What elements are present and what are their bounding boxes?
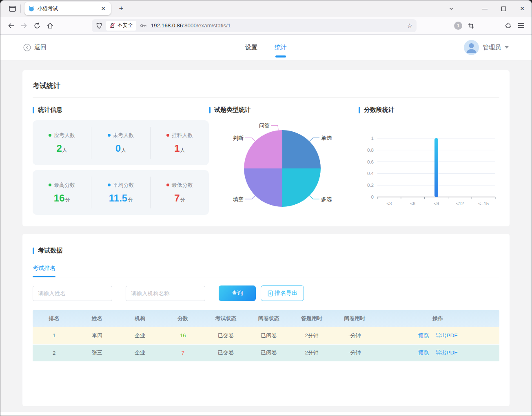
stat-unit: 分 bbox=[180, 197, 185, 203]
stat-unit: 人 bbox=[180, 147, 185, 153]
section-accent-bar bbox=[33, 248, 34, 254]
section-accent-bar bbox=[209, 107, 211, 113]
y-tick-label: 1 bbox=[371, 136, 374, 141]
column-header: 排名 bbox=[33, 310, 75, 327]
y-tick-label: 0.8 bbox=[367, 148, 374, 153]
url-host: 192.168.0.86 bbox=[151, 22, 183, 29]
url-path: :8000/exam/statis/1 bbox=[183, 22, 231, 29]
action-link[interactable]: 预览 bbox=[418, 350, 429, 356]
content-area: 考试统计 统计信息 应考人数2人未考人数0人挂科人数1人最高分数16分平均分数1… bbox=[0, 60, 532, 412]
bookmark-star-icon[interactable]: ☆ bbox=[407, 22, 412, 29]
y-tick-label: 0.4 bbox=[367, 171, 374, 176]
stat-groups: 应考人数2人未考人数0人挂科人数1人最高分数16分平均分数11.5分最低分数7分 bbox=[33, 120, 209, 215]
firefox-view-icon[interactable] bbox=[6, 2, 18, 15]
back-button[interactable]: 返回 bbox=[23, 44, 47, 51]
y-tick-label: 0 bbox=[371, 195, 374, 199]
stat-value: 2人 bbox=[33, 143, 91, 154]
stat-dot bbox=[166, 134, 169, 137]
new-tab-button[interactable]: + bbox=[115, 2, 127, 15]
export-ranking-button[interactable]: 排名导出 bbox=[261, 285, 304, 301]
name-search-input[interactable] bbox=[33, 286, 112, 301]
stat-value: 0人 bbox=[91, 143, 150, 154]
extensions-puzzle-icon[interactable] bbox=[501, 19, 514, 32]
pie-label-line-判断 bbox=[245, 138, 255, 142]
user-menu[interactable]: 管理员 bbox=[464, 40, 509, 55]
column-header: 姓名 bbox=[75, 310, 118, 327]
cell-rank: 1 bbox=[33, 327, 75, 344]
url-bar[interactable]: 不安全 192.168.0.86:8000/exam/statis/1 ☆ bbox=[92, 19, 417, 32]
stat-label: 最高分数 bbox=[33, 181, 91, 189]
cell-answer_time: 2分钟 bbox=[290, 344, 333, 361]
tab-statistics[interactable]: 统计 bbox=[275, 44, 287, 51]
refresh-icon[interactable] bbox=[31, 19, 44, 32]
section-exam-data: 考试数据 bbox=[33, 234, 499, 254]
screenshot-crop-icon[interactable] bbox=[465, 19, 478, 32]
action-link[interactable]: 导出PDF bbox=[435, 332, 457, 339]
pie-label-问答: 问答 bbox=[259, 122, 270, 128]
back-icon[interactable] bbox=[4, 19, 18, 32]
stat-item: 最低分数7分 bbox=[150, 177, 209, 208]
tab-settings[interactable]: 设置 bbox=[245, 44, 257, 51]
tab-close-icon[interactable]: ✕ bbox=[99, 4, 107, 13]
cell-score: 7 bbox=[162, 344, 204, 361]
shield-icon[interactable] bbox=[96, 22, 102, 29]
cell-exam_status: 已交卷 bbox=[204, 327, 247, 344]
stat-item: 应考人数2人 bbox=[33, 127, 91, 159]
card-title: 考试统计 bbox=[33, 70, 499, 97]
exam-data-card: 考试数据 考试排名 查询 排名导出 排名姓名机构分数考试状态阅卷状态答题用时阅卷… bbox=[22, 234, 510, 406]
browser-toolbar: 不安全 192.168.0.86:8000/exam/statis/1 ☆ 1 bbox=[0, 17, 532, 35]
exam-statistics-card: 考试统计 统计信息 应考人数2人未考人数0人挂科人数1人最高分数16分平均分数1… bbox=[22, 70, 510, 226]
maximize-button[interactable] bbox=[494, 0, 513, 17]
pie-slice-单选 bbox=[282, 130, 321, 168]
column-header: 操作 bbox=[376, 310, 499, 327]
home-icon[interactable] bbox=[44, 19, 57, 32]
security-label: 不安全 bbox=[117, 22, 133, 29]
table-row: 2张三企业7已交卷已阅卷2分钟-分钟预览导出PDF bbox=[33, 344, 499, 361]
org-search-input[interactable] bbox=[126, 286, 205, 301]
x-tick-label: <9 bbox=[434, 201, 439, 206]
forward-icon[interactable] bbox=[18, 19, 31, 32]
close-button[interactable]: ✕ bbox=[513, 0, 532, 17]
cell-actions: 预览导出PDF bbox=[376, 327, 499, 344]
site-favicon bbox=[28, 5, 35, 12]
stat-label: 应考人数 bbox=[33, 132, 91, 139]
minimize-button[interactable]: — bbox=[475, 0, 494, 17]
browser-tab[interactable]: 小猫考试 ✕ bbox=[24, 2, 111, 15]
tab-title: 小猫考试 bbox=[38, 5, 99, 12]
list-tabs-icon[interactable] bbox=[442, 0, 461, 17]
section-accent-bar bbox=[33, 107, 34, 113]
stat-item: 未考人数0人 bbox=[91, 127, 150, 159]
stat-value: 7分 bbox=[151, 193, 209, 204]
extension-badge[interactable]: 1 bbox=[452, 19, 465, 32]
stat-unit: 分 bbox=[128, 197, 133, 203]
avatar bbox=[464, 40, 479, 55]
tab-exam-ranking[interactable]: 考试排名 bbox=[33, 265, 55, 277]
data-tabs: 考试排名 bbox=[33, 264, 499, 277]
stat-label: 挂科人数 bbox=[151, 132, 209, 139]
action-link[interactable]: 预览 bbox=[418, 332, 429, 339]
security-indicator[interactable]: 不安全 bbox=[106, 21, 136, 31]
stat-dot bbox=[166, 184, 169, 186]
pie-label-填空: 填空 bbox=[233, 196, 244, 202]
stat-unit: 分 bbox=[65, 197, 70, 203]
stat-dot bbox=[49, 184, 51, 186]
stat-box: 最高分数16分平均分数11.5分最低分数7分 bbox=[33, 170, 209, 215]
page-header: 返回 设置 统计 管理员 bbox=[0, 35, 532, 60]
window-controls: — ✕ bbox=[442, 0, 532, 17]
section-score-ranges: 分数段统计 bbox=[359, 106, 499, 114]
query-button[interactable]: 查询 bbox=[219, 285, 256, 301]
key-icon bbox=[140, 23, 147, 29]
ranking-table: 排名姓名机构分数考试状态阅卷状态答题用时阅卷用时操作 1李四企业16已交卷已阅卷… bbox=[33, 310, 499, 362]
page-nav-tabs: 设置 统计 bbox=[245, 44, 287, 51]
cell-review_status: 已阅卷 bbox=[247, 327, 290, 344]
stat-dot bbox=[49, 134, 51, 137]
x-tick-label: <12 bbox=[456, 201, 464, 206]
pie-label-line-多选 bbox=[310, 196, 320, 199]
cell-rank: 2 bbox=[33, 344, 75, 361]
pie-slice-多选 bbox=[282, 168, 321, 207]
action-link[interactable]: 导出PDF bbox=[435, 350, 457, 356]
cell-answer_time: 2分钟 bbox=[290, 327, 333, 344]
table-row: 1李四企业16已交卷已阅卷2分钟-分钟预览导出PDF bbox=[33, 327, 499, 344]
pie-slice-填空 bbox=[244, 168, 282, 207]
menu-hamburger-icon[interactable] bbox=[514, 19, 528, 32]
